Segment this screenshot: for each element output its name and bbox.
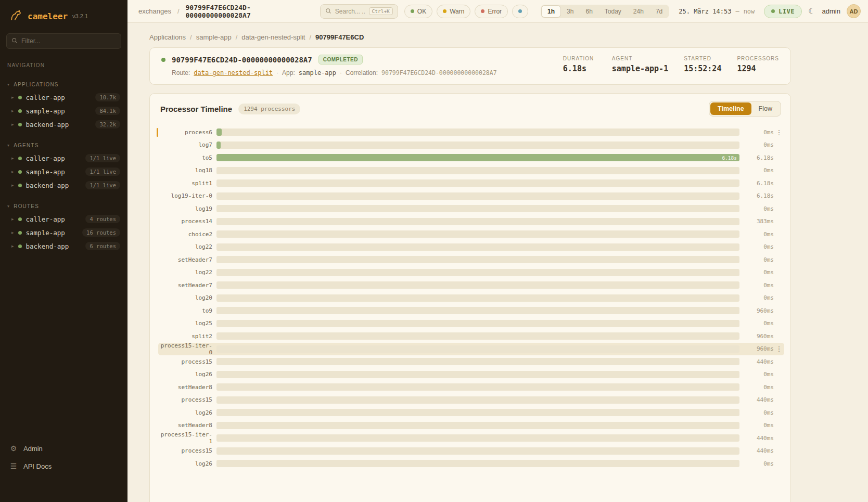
processor-name: setHeader8 [158,384,212,391]
group-header[interactable]: ▾ APPLICATIONS [0,80,127,91]
footer-item-label: API Docs [23,462,52,470]
processor-name: process6 [158,129,212,136]
timeline-row[interactable]: log260ms⋮ [158,406,784,419]
timeline-row[interactable]: to56.18s6.18s⋮ [158,151,784,164]
stat-block: PROCESSORS 1294 [737,56,779,73]
sidebar-item[interactable]: ▸ sample-app 84.1k [0,104,127,118]
stat-label: DURATION [563,56,596,61]
timeline-row[interactable]: log19-iter-06.18s⋮ [158,190,784,203]
timeline-row[interactable]: split2960ms⋮ [158,330,784,343]
timeline-row[interactable]: setHeader80ms⋮ [158,381,784,394]
timeline-row[interactable]: setHeader80ms⋮ [158,419,784,432]
timeline-row[interactable]: to9960ms⋮ [158,304,784,317]
time-range-3h[interactable]: 3h [561,6,579,17]
sidebar-group-applications: ▾ APPLICATIONS ▸ caller-app 10.7k ▸ samp… [0,80,127,131]
live-toggle[interactable]: LIVE [764,5,802,18]
status-dot [18,170,22,174]
timeline-row[interactable]: log180ms⋮ [158,164,784,177]
timeline-row[interactable]: process15-iter-0960ms⋮ [158,343,784,356]
timeline-row[interactable]: setHeader70ms⋮ [158,279,784,292]
status-dot [18,184,22,187]
timeline-row[interactable]: process15440ms⋮ [158,445,784,458]
timeline-track [216,409,739,416]
timeline-row[interactable]: log220ms⋮ [158,266,784,279]
timeline-row[interactable]: process15440ms⋮ [158,355,784,368]
topbar-breadcrumb-root[interactable]: exchanges [138,7,171,15]
search-shortcut-badge: Ctrl+K [369,7,393,15]
sidebar-filter[interactable] [6,33,121,49]
view-tab-flow[interactable]: Flow [751,102,780,115]
dark-mode-toggle-moon-icon[interactable]: ☾ [808,6,815,16]
chevron-right-icon: ▸ [11,183,14,188]
time-window-display[interactable]: 25. März 14:53 — now [679,8,755,15]
sidebar-item[interactable]: ▸ backend-app 32.2k [0,118,127,131]
user-name[interactable]: admin [822,7,840,15]
sidebar-item-label: caller-app [26,155,82,162]
status-filter-chip[interactable]: OK [404,5,432,18]
kebab-menu-icon[interactable]: ⋮ [774,345,784,353]
search-input[interactable] [335,8,365,15]
correlation-value: 90799F47E6CD24D-00000000000028A7 [381,69,497,76]
sidebar-item[interactable]: ▸ caller-app 1/1 live [0,151,127,165]
sidebar-item-badge: 6 routes [85,242,120,250]
group-items: ▸ caller-app 10.7k ▸ sample-app 84.1k ▸ … [0,91,127,131]
time-range-7d[interactable]: 7d [650,6,668,17]
sidebar: cameleer v3.2.1 NAVIGATION ▾ APPLICATION… [0,0,127,502]
status-filter-chip[interactable] [512,5,528,18]
timeline-row[interactable]: choice20ms⋮ [158,228,784,241]
timeline-row[interactable]: process60ms⋮ [158,126,784,139]
timeline-track [216,205,739,212]
topbar: exchanges / 90799F47E6CD24D-000000000000… [127,0,868,23]
timeline-row[interactable]: setHeader70ms⋮ [158,253,784,266]
row-duration: 0ms [747,282,774,289]
sidebar-item-admin[interactable]: ⚙ Admin [0,440,127,457]
sidebar-item-badge: 1/1 live [85,168,120,176]
processor-name: log22 [158,269,212,276]
timeline-row[interactable]: log70ms⋮ [158,139,784,152]
timeline-row[interactable]: process15-iter-1440ms⋮ [158,432,784,445]
sidebar-item-label: caller-app [26,215,82,223]
breadcrumb-item[interactable]: Applications [149,33,186,41]
status-filter-chip[interactable]: Warn [437,5,470,18]
group-items: ▸ caller-app 4 routes ▸ sample-app 16 ro… [0,212,127,253]
sidebar-item-label: sample-app [26,229,79,237]
timeline-rows: process60ms⋮log70ms⋮to56.18s6.18s⋮log180… [150,122,790,475]
sidebar-item[interactable]: ▸ backend-app 1/1 live [0,178,127,192]
time-range-24h[interactable]: 24h [628,6,649,17]
status-filter-chip[interactable]: Error [475,5,508,18]
timeline-row[interactable]: log190ms⋮ [158,202,784,215]
timeline-row[interactable]: split16.18s⋮ [158,177,784,190]
avatar[interactable]: AD [847,4,861,18]
timeline-bar [216,128,222,136]
breadcrumb-item[interactable]: sample-app [196,33,232,41]
sidebar-item[interactable]: ▸ sample-app 1/1 live [0,165,127,178]
sidebar-item-api-docs[interactable]: ☰ API Docs [0,457,127,475]
timeline-row[interactable]: log260ms⋮ [158,457,784,470]
time-range-1h[interactable]: 1h [542,6,560,17]
sidebar-item-badge: 10.7k [95,93,120,101]
timeline-row[interactable]: log220ms⋮ [158,241,784,254]
timeline-row[interactable]: log260ms⋮ [158,368,784,381]
breadcrumb-item[interactable]: data-gen-nested-split [241,33,305,41]
sidebar-item[interactable]: ▸ sample-app 16 routes [0,226,127,239]
view-tab-timeline[interactable]: Timeline [710,102,751,115]
timeline-row[interactable]: log250ms⋮ [158,317,784,330]
route-link[interactable]: data-gen-nested-split [194,69,273,76]
global-search[interactable]: Ctrl+K [320,4,398,19]
timeline-row[interactable]: log200ms⋮ [158,292,784,305]
sidebar-item[interactable]: ▸ caller-app 10.7k [0,91,127,104]
sidebar-item[interactable]: ▸ caller-app 4 routes [0,212,127,226]
time-range-today[interactable]: Today [599,6,627,17]
filter-input[interactable] [21,37,116,45]
sidebar-item[interactable]: ▸ backend-app 6 routes [0,239,127,253]
timeline-row[interactable]: process14383ms⋮ [158,215,784,228]
group-header[interactable]: ▾ AGENTS [0,140,127,151]
group-header[interactable]: ▾ ROUTES [0,201,127,212]
kebab-menu-icon[interactable]: ⋮ [774,128,784,136]
timeline-row[interactable]: process15440ms⋮ [158,394,784,407]
row-duration: 0ms [747,141,774,148]
breadcrumb-separator: / [309,33,311,41]
time-range-6h[interactable]: 6h [580,6,598,17]
docs-icon: ☰ [9,462,18,470]
logo[interactable]: cameleer v3.2.1 [0,0,127,28]
